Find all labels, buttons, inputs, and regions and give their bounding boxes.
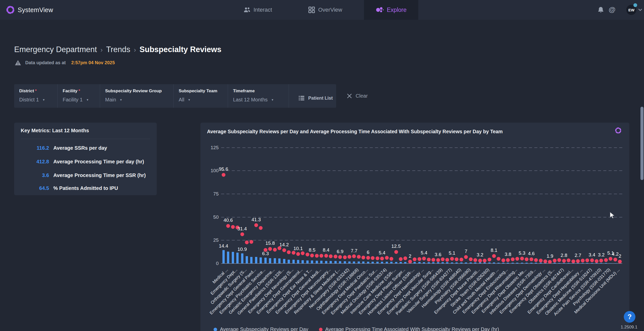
chart-bar[interactable] xyxy=(600,263,602,263)
chart-point[interactable] xyxy=(511,257,515,261)
chart-bar[interactable] xyxy=(595,263,598,263)
chart-point[interactable] xyxy=(385,256,389,260)
chart-bar[interactable] xyxy=(614,263,616,263)
chart-bar[interactable] xyxy=(320,261,323,263)
chart-point[interactable] xyxy=(310,254,314,257)
chart-point[interactable] xyxy=(534,258,538,262)
chart-bar[interactable] xyxy=(530,263,533,263)
chart-point[interactable] xyxy=(492,254,496,258)
chart-bar[interactable] xyxy=(236,253,239,263)
chart-point[interactable] xyxy=(380,257,384,260)
chart-point[interactable] xyxy=(240,232,244,236)
chevron-down-icon[interactable] xyxy=(638,8,642,12)
chart-point[interactable] xyxy=(585,258,589,262)
vertical-scrollbar-thumb[interactable] xyxy=(640,107,643,180)
chart-bar[interactable] xyxy=(512,263,514,263)
chart-bar[interactable] xyxy=(358,261,360,263)
chart-point[interactable] xyxy=(530,257,533,261)
chart-bar[interactable] xyxy=(255,257,257,263)
chart-point[interactable] xyxy=(259,226,263,230)
chart-bar[interactable] xyxy=(455,262,458,263)
chart-bar[interactable] xyxy=(432,262,434,263)
review-group-select[interactable]: Main▾ xyxy=(105,97,173,103)
chart-point[interactable] xyxy=(338,255,342,259)
chart-bar[interactable] xyxy=(311,260,313,263)
facility-select[interactable]: Facility 1▾ xyxy=(63,97,100,103)
chart-bar[interactable] xyxy=(605,263,607,263)
chart-bar[interactable] xyxy=(586,263,588,263)
chart-point[interactable] xyxy=(319,254,323,258)
chart-bar[interactable] xyxy=(297,260,299,263)
chart-bar[interactable] xyxy=(334,261,337,263)
chart-bar[interactable] xyxy=(446,262,448,263)
chart-point[interactable] xyxy=(441,257,445,261)
chart-point[interactable] xyxy=(245,240,249,244)
chart-point[interactable] xyxy=(618,260,622,263)
chart-point[interactable] xyxy=(408,260,412,263)
chart-point[interactable] xyxy=(478,259,482,262)
chart-point[interactable] xyxy=(357,255,361,259)
chart-bar[interactable] xyxy=(269,258,271,263)
chart-bar[interactable] xyxy=(609,263,612,263)
chart-bar[interactable] xyxy=(302,260,304,263)
chart-point[interactable] xyxy=(548,260,552,264)
chart-bar[interactable] xyxy=(353,261,355,263)
chart-bar[interactable] xyxy=(563,263,565,263)
chart-point[interactable] xyxy=(553,259,557,262)
chart-point[interactable] xyxy=(450,257,454,261)
chart-point[interactable] xyxy=(567,258,570,262)
chart-bar[interactable] xyxy=(451,262,453,263)
chart-bar[interactable] xyxy=(577,263,579,263)
chart-bar[interactable] xyxy=(460,262,463,263)
chart-bar[interactable] xyxy=(222,250,225,263)
clear-filters-button[interactable]: Clear xyxy=(347,84,368,108)
chart-point[interactable] xyxy=(571,259,575,263)
chart-bar[interactable] xyxy=(395,262,397,263)
district-select[interactable]: District 1▾ xyxy=(19,97,57,103)
chart-point[interactable] xyxy=(581,259,585,262)
chart-bar[interactable] xyxy=(465,262,467,263)
chart-point[interactable] xyxy=(520,257,524,260)
breadcrumb-item-emergency-department[interactable]: Emergency Department xyxy=(14,45,97,54)
notifications-bell-icon[interactable] xyxy=(597,6,605,14)
chart-bar[interactable] xyxy=(554,263,556,263)
nav-item-interact[interactable]: Interact xyxy=(243,0,272,20)
chart-point[interactable] xyxy=(464,255,468,259)
chart-point[interactable] xyxy=(343,255,347,259)
chart-bar[interactable] xyxy=(418,262,421,263)
chart-bar[interactable] xyxy=(558,263,560,263)
help-button[interactable]: ? xyxy=(624,311,635,323)
chart-point[interactable] xyxy=(361,256,365,259)
chart-bar[interactable] xyxy=(507,263,509,263)
chart-bar[interactable] xyxy=(232,252,234,263)
chart-bar[interactable] xyxy=(591,263,593,263)
chart-bar[interactable] xyxy=(484,262,486,263)
chart-bar[interactable] xyxy=(423,262,425,263)
patient-list-button[interactable]: Patient List xyxy=(294,89,336,108)
chart-bar[interactable] xyxy=(493,262,495,263)
chart-bar[interactable] xyxy=(362,261,364,263)
chart-bar[interactable] xyxy=(413,262,416,263)
chart-point[interactable] xyxy=(557,258,561,262)
chart-point[interactable] xyxy=(445,258,449,262)
chart-point[interactable] xyxy=(371,256,375,260)
chart-point[interactable] xyxy=(249,240,253,244)
chart-point[interactable] xyxy=(352,254,356,258)
chart-bar[interactable] xyxy=(241,253,243,263)
chart-point[interactable] xyxy=(413,257,417,261)
chart-bar[interactable] xyxy=(316,261,318,263)
chart-point[interactable] xyxy=(226,224,230,228)
chart-bar[interactable] xyxy=(497,263,500,263)
chart-bar[interactable] xyxy=(288,260,290,263)
chart-bar[interactable] xyxy=(400,262,402,263)
chart-point[interactable] xyxy=(273,248,277,252)
chart-point[interactable] xyxy=(488,258,491,261)
chart-point[interactable] xyxy=(473,258,477,262)
chart-bar[interactable] xyxy=(535,263,537,263)
chart-bar[interactable] xyxy=(390,262,393,263)
chart-point[interactable] xyxy=(459,258,463,261)
chart-bar[interactable] xyxy=(227,252,229,263)
chart-bar[interactable] xyxy=(264,258,267,263)
chart-bar[interactable] xyxy=(470,262,472,263)
chart-bar[interactable] xyxy=(339,261,341,263)
